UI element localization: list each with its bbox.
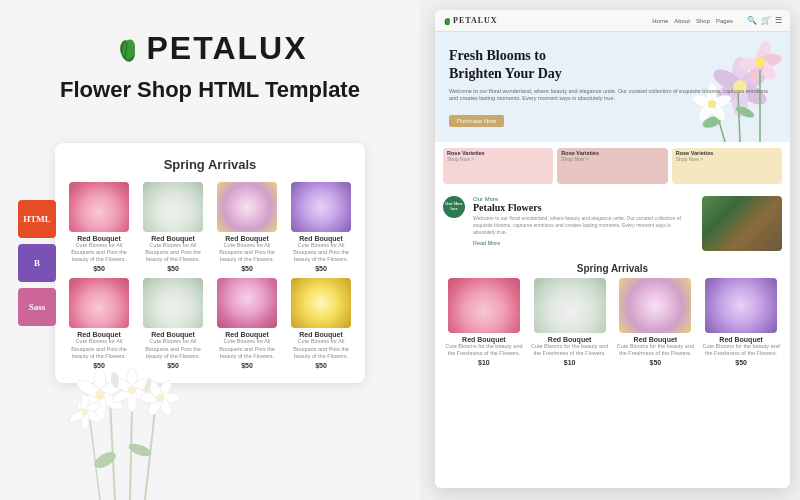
spring-product-desc-1: Cute Blooms for the beauty and the Fresh… [529,343,611,357]
product-desc: Cute Blooms for All Bouquets and Pots th… [213,242,281,263]
spring-products-grid: Red Bouquet Cute Blooms for the beauty a… [435,278,790,374]
tagline: Flower Shop HTML Template [60,77,360,103]
category-item-rose[interactable]: Rose Varieties Shop Now > [557,148,667,184]
browser-brand-name: PETALUX [453,16,498,25]
list-item: Red Bouquet Cute Blooms for All Bouquets… [287,278,355,368]
cat-btn-0[interactable]: Shop Now > [447,156,485,162]
preview-title: Spring Arrivals [65,157,355,172]
spring-product-image-3 [705,278,777,333]
svg-line-3 [110,400,115,500]
browser-logo-leaf [443,17,451,25]
spring-product-name-1: Red Bouquet [548,336,592,343]
spring-product-name-0: Red Bouquet [462,336,506,343]
html-badge: HTML [18,200,56,238]
product-image [69,182,129,232]
readmore-link[interactable]: Read More [473,240,694,246]
about-shop-image [702,196,782,251]
product-image [143,182,203,232]
browser-nav-bar: PETALUX Home About Shop Pages 🔍 🛒 ☰ [435,10,790,32]
product-name: Red Bouquet [299,235,343,242]
cart-icon[interactable]: 🛒 [761,16,771,25]
product-price: $50 [315,362,327,369]
spring-arrivals-title: Spring Arrivals [435,257,790,278]
product-image [291,182,351,232]
about-desc: Welcome to our floral wonderland, where … [473,215,694,236]
spring-product-desc-0: Cute Blooms for the beauty and the Fresh… [443,343,525,357]
product-desc: Cute Blooms for All Bouquets and Pots th… [213,338,281,359]
product-desc: Cute Blooms for All Bouquets and Pots th… [287,338,355,359]
brand-name: PETALUX [147,30,308,67]
hero-title-line2: Brighten Your Day [449,66,562,81]
about-title: Petalux Flowers [473,202,694,213]
list-item: Red Bouquet Cute Blooms for All Bouquets… [139,182,207,272]
product-price: $50 [241,265,253,272]
spring-product-price-0: $10 [478,359,490,366]
product-desc: Cute Blooms for All Bouquets and Pots th… [65,242,133,263]
list-item: Red Bouquet Cute Blooms for the beauty a… [615,278,697,366]
hero-subtitle: Welcome to our floral wonderland, where … [449,88,776,103]
nav-about[interactable]: About [674,18,690,24]
product-name: Red Bouquet [77,235,121,242]
spring-product-image-2 [619,278,691,333]
hero-title: Fresh Blooms to Brighten Your Day [449,47,776,83]
product-name: Red Bouquet [299,331,343,338]
hero-title-line1: Fresh Blooms to [449,48,546,63]
product-desc: Cute Blooms for All Bouquets and Pots th… [287,242,355,263]
list-item: Red Bouquet Cute Blooms for All Bouquets… [287,182,355,272]
cat-btn-2[interactable]: Shop Now > [676,156,714,162]
hero-section: Fresh Blooms to Brighten Your Day Welcom… [435,32,790,142]
product-desc: Cute Blooms for All Bouquets and Pots th… [139,242,207,263]
category-item-yellow[interactable]: Rose Varieties Shop Now > [672,148,782,184]
product-image [217,278,277,328]
category-item-pink[interactable]: Rose Varieties Shop Now > [443,148,553,184]
spring-product-name-3: Red Bouquet [719,336,763,343]
svg-point-15 [95,390,105,400]
svg-point-29 [156,394,164,402]
left-panel: PETALUX Flower Shop HTML Template HTML B… [0,0,420,500]
menu-icon[interactable]: ☰ [775,16,782,25]
svg-point-35 [82,409,89,416]
spring-product-price-2: $50 [650,359,662,366]
sass-badge-label: Sass [29,302,46,312]
spring-product-image-1 [534,278,606,333]
about-section: Our More love Our More Petalux Flowers W… [435,190,790,257]
product-price: $50 [93,265,105,272]
list-item: Red Bouquet Cute Blooms for All Bouquets… [213,278,281,368]
bs-badge-label: B [34,258,40,268]
category-row: Rose Varieties Shop Now > Rose Varieties… [435,142,790,190]
cat-btn-1[interactable]: Shop Now > [561,156,599,162]
hero-text: Fresh Blooms to Brighten Your Day Welcom… [449,47,776,127]
decorative-flower-left [60,320,200,500]
list-item: Red Bouquet Cute Blooms for the beauty a… [443,278,525,366]
spring-product-desc-2: Cute Blooms for the beauty and the Fresh… [615,343,697,357]
nav-pages[interactable]: Pages [716,18,733,24]
spring-product-name-2: Red Bouquet [634,336,678,343]
list-item: Red Bouquet Cute Blooms for the beauty a… [700,278,782,366]
badges-container: HTML B Sass [18,200,56,326]
nav-home[interactable]: Home [652,18,668,24]
html-badge-label: HTML [23,214,51,224]
spring-product-desc-3: Cute Blooms for the beauty and the Fresh… [700,343,782,357]
browser-mockup: PETALUX Home About Shop Pages 🔍 🛒 ☰ Fres… [435,10,790,488]
nav-links: Home About Shop Pages [652,18,733,24]
product-price: $50 [167,265,179,272]
nav-icons: 🔍 🛒 ☰ [747,16,782,25]
product-name: Red Bouquet [225,235,269,242]
about-badge-love: love [451,207,458,212]
svg-point-22 [128,386,136,394]
nav-shop[interactable]: Shop [696,18,710,24]
search-icon[interactable]: 🔍 [747,16,757,25]
purchase-button[interactable]: Purchase Now [449,115,504,127]
product-name: Red Bouquet [151,235,195,242]
about-text-block: Our More Petalux Flowers Welcome to our … [473,196,694,246]
sass-badge: Sass [18,288,56,326]
product-price: $50 [315,265,327,272]
browser-brand: PETALUX [443,16,498,25]
product-image [217,182,277,232]
spring-product-image-0 [448,278,520,333]
list-item: Red Bouquet Cute Blooms for All Bouquets… [65,182,133,272]
product-price: $50 [241,362,253,369]
product-name: Red Bouquet [225,331,269,338]
logo-area: PETALUX [113,30,308,67]
logo-leaf-icon [113,35,141,63]
